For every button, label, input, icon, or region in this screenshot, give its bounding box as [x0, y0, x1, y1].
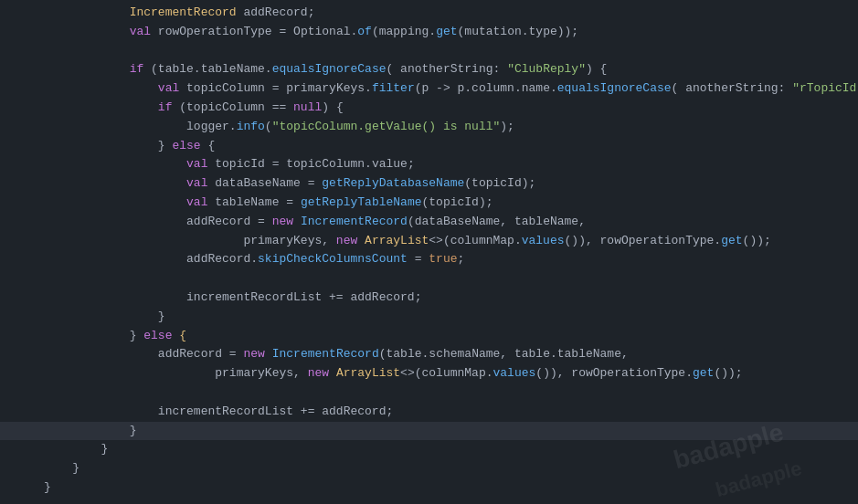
- token: [44, 81, 158, 95]
- token: addRecord.: [186, 252, 258, 266]
- line-content: val topicId = topicColumn.value;: [37, 155, 858, 174]
- token: dataBaseName: [207, 176, 307, 190]
- token: }: [158, 310, 165, 323]
- token: else: [172, 139, 200, 152]
- token: );: [500, 120, 514, 133]
- token: }: [101, 442, 108, 456]
- token: "rTopicId": [792, 81, 858, 95]
- token: ArrayList: [336, 366, 400, 380]
- token: values: [522, 234, 565, 247]
- line-content: [37, 383, 858, 403]
- token: [44, 157, 186, 171]
- line-content: }: [37, 459, 858, 478]
- token: ());: [714, 366, 742, 380]
- token: [293, 195, 301, 209]
- token: info: [237, 120, 265, 133]
- code-line: incrementRecordList += addRecord;: [0, 289, 858, 308]
- token: =: [258, 215, 265, 228]
- line-content: }: [37, 440, 858, 459]
- token: [44, 234, 243, 247]
- token: {: [201, 139, 216, 152]
- token: getReplyDatabaseName: [322, 176, 464, 190]
- token: (topicId);: [422, 195, 493, 209]
- token: (: [265, 120, 272, 133]
- line-content: if (topicColumn == null) {: [37, 99, 858, 118]
- line-content: }: [37, 478, 858, 498]
- token: primaryKeys,: [215, 366, 307, 380]
- token: [44, 442, 101, 456]
- token: ( anotherString:: [387, 62, 508, 76]
- code-line: }: [0, 459, 858, 478]
- code-line: val tableName = getReplyTableName(topicI…: [0, 194, 858, 213]
- token: ( anotherString:: [672, 81, 793, 95]
- token: get: [436, 25, 457, 38]
- token: (dataBaseName, tableName,: [408, 215, 586, 228]
- token: val: [186, 176, 207, 190]
- token: [44, 5, 130, 19]
- token: filter: [372, 81, 415, 95]
- token: val: [158, 81, 179, 95]
- token: getReplyTableName: [301, 195, 422, 209]
- token: IncrementRecord: [272, 347, 379, 361]
- code-line: addRecord = new IncrementRecord(table.sc…: [0, 345, 858, 364]
- token: <>(columnMap.: [429, 234, 521, 247]
- line-content: } else {: [37, 327, 858, 346]
- token: [44, 100, 158, 114]
- token: incrementRecordList += addRecord;: [158, 404, 393, 418]
- code-line: } else {: [0, 137, 858, 156]
- token: [265, 347, 272, 361]
- token: ;: [458, 252, 465, 266]
- code-line: [0, 42, 858, 61]
- token: [44, 461, 72, 475]
- token: equalsIgnoreCase: [557, 81, 672, 95]
- token: =: [408, 252, 429, 266]
- token: ()), rowOperationType.: [565, 234, 722, 247]
- line-content: val rowOperationType = Optional.of(mappi…: [37, 23, 858, 42]
- token: if: [158, 100, 173, 114]
- token: val: [186, 157, 207, 171]
- token: val: [130, 25, 151, 38]
- line-content: } else {: [37, 137, 858, 156]
- token: addRecord: [158, 347, 229, 361]
- line-content: if (table.tableName.equalsIgnoreCase( an…: [37, 60, 858, 79]
- token: [44, 310, 158, 323]
- token: new: [272, 215, 293, 228]
- token: get: [721, 234, 742, 247]
- token: true: [429, 252, 457, 266]
- line-content: IncrementRecord addRecord;: [37, 4, 858, 23]
- token: Optional.: [286, 25, 357, 38]
- token: [44, 62, 130, 76]
- token: if: [130, 62, 144, 76]
- code-line: IncrementRecord addRecord;: [0, 4, 858, 23]
- token: values: [493, 366, 536, 380]
- code-line: primaryKeys, new ArrayList<>(columnMap.v…: [0, 232, 858, 251]
- token: [44, 329, 130, 342]
- token: }: [130, 329, 144, 342]
- token: primaryKeys,: [243, 234, 335, 247]
- token: [44, 25, 130, 38]
- token: skipCheckColumnsCount: [258, 252, 408, 266]
- token: (table.tableName.: [143, 62, 271, 76]
- token: [44, 120, 186, 133]
- token: addRecord: [186, 215, 258, 228]
- token: ));: [557, 25, 578, 38]
- token: [44, 404, 158, 418]
- token: IncrementRecord: [130, 5, 237, 19]
- code-line: } else {: [0, 327, 858, 346]
- line-content: }: [37, 422, 858, 441]
- token: ) {: [322, 100, 343, 114]
- token: }: [158, 139, 173, 152]
- token: new: [308, 366, 329, 380]
- code-line: addRecord = new IncrementRecord(dataBase…: [0, 213, 858, 232]
- token: topicColumn: [179, 81, 271, 95]
- line-content: logger.info("topicColumn.getValue() is n…: [37, 118, 858, 137]
- token: <>(columnMap.: [400, 366, 493, 380]
- token: primaryKeys.: [279, 81, 371, 95]
- token: [44, 252, 186, 266]
- token: new: [243, 347, 264, 361]
- code-line: [0, 383, 858, 403]
- token: topicId: [207, 157, 271, 171]
- code-line: val topicColumn = primaryKeys.filter(p -…: [0, 79, 858, 99]
- token: ());: [743, 234, 771, 247]
- token: [44, 347, 158, 361]
